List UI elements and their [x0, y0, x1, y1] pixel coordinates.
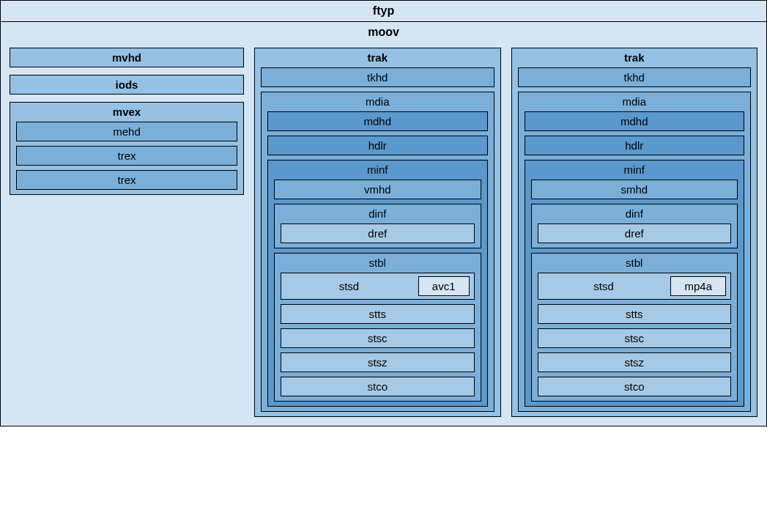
mdhd-box: mdhd — [267, 111, 488, 131]
minf-box: minf vmhd dinf dref — [267, 160, 488, 407]
moov-left-column: mvhd iods mvex mehd trex trex — [10, 48, 244, 195]
iods-box: iods — [10, 75, 244, 95]
trak1-label: trak — [255, 48, 500, 67]
dinf-box: dinf dref — [274, 204, 481, 248]
trak-box-1: trak tkhd mdia mdhd hdlr minf — [254, 48, 501, 417]
mp4-box-diagram: ftyp moov mvhd iods mvex mehd trex trex — [0, 0, 767, 426]
stsd-label: stsd — [286, 280, 412, 292]
mdhd-box: mdhd — [525, 111, 745, 131]
moov-label: moov — [1, 22, 766, 42]
stsz-box: stsz — [538, 352, 732, 372]
minf-box: minf smhd dinf dref — [525, 160, 745, 407]
mp4a-box: mp4a — [670, 276, 726, 296]
trak2-label: trak — [512, 48, 757, 67]
trex-box-1: trex — [16, 146, 237, 166]
mdia-label: mdia — [262, 92, 494, 111]
trak-box-2: trak tkhd mdia mdhd hdlr minf — [511, 48, 758, 417]
ftyp-label: ftyp — [373, 4, 394, 17]
tkhd-box: tkhd — [261, 67, 494, 87]
hdlr-box: hdlr — [267, 136, 488, 155]
trex-box-2: trex — [16, 170, 237, 190]
dref-box: dref — [281, 223, 475, 243]
mehd-box: mehd — [16, 122, 237, 141]
dinf-label: dinf — [532, 204, 738, 223]
dinf-box: dinf dref — [531, 204, 738, 248]
stsd-box: stsd mp4a — [538, 273, 732, 300]
tkhd-box: tkhd — [518, 67, 752, 87]
stsd-box: stsd avc1 — [281, 273, 475, 300]
stsc-box: stsc — [538, 328, 732, 348]
mdia-box: mdia mdhd hdlr minf vmhd dinf — [261, 92, 494, 412]
mvex-box: mvex mehd trex trex — [10, 102, 244, 195]
mvex-label: mvex — [10, 103, 243, 122]
moov-body: mvhd iods mvex mehd trex trex trak tkhd — [1, 42, 766, 426]
vmhd-box: vmhd — [274, 180, 481, 199]
stco-box: stco — [538, 377, 732, 396]
avc1-box: avc1 — [418, 276, 470, 296]
mdia-label: mdia — [519, 92, 751, 111]
smhd-box: smhd — [531, 180, 738, 199]
stbl-label: stbl — [532, 254, 738, 273]
ftyp-box: ftyp — [0, 0, 767, 22]
stsc-box: stsc — [281, 328, 475, 348]
stts-box: stts — [538, 304, 732, 324]
mvhd-box: mvhd — [10, 48, 244, 67]
hdlr-box: hdlr — [525, 136, 745, 155]
stts-box: stts — [281, 304, 475, 324]
mdia-box: mdia mdhd hdlr minf smhd dinf — [518, 92, 752, 412]
stco-box: stco — [281, 377, 475, 396]
stsd-label: stsd — [543, 280, 665, 292]
dref-box: dref — [538, 223, 732, 243]
trak1-container: trak tkhd mdia mdhd hdlr minf — [254, 48, 501, 417]
stbl-box: stbl stsd mp4a stts stsc — [531, 253, 738, 402]
stsz-box: stsz — [281, 352, 475, 372]
stbl-box: stbl stsd avc1 stts stsc — [274, 253, 481, 402]
moov-box: moov mvhd iods mvex mehd trex trex tr — [0, 22, 767, 426]
minf-label: minf — [268, 160, 487, 180]
dinf-label: dinf — [275, 204, 481, 223]
minf-label: minf — [525, 160, 744, 180]
stbl-label: stbl — [275, 254, 481, 273]
trak2-container: trak tkhd mdia mdhd hdlr minf — [511, 48, 758, 417]
